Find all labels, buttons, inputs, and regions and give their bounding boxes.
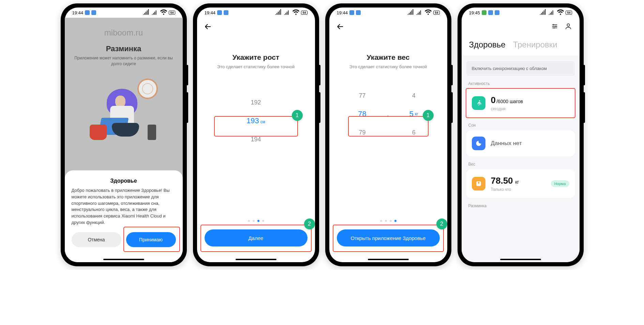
signal-icon: [142, 9, 150, 17]
status-badge-icon: [488, 10, 493, 15]
tab-health[interactable]: Здоровье: [469, 40, 506, 50]
home-indicator[interactable]: [368, 259, 409, 260]
svg-point-1: [479, 100, 480, 102]
status-badge-icon: [349, 10, 354, 15]
url-watermark: miboom.ru: [65, 18, 183, 44]
signal-icon: [407, 9, 414, 17]
battery-icon: 54: [433, 11, 439, 15]
steps-sub: сегодня: [491, 107, 569, 111]
picker-current: 193: [246, 116, 259, 125]
signal-icon: [274, 9, 282, 17]
scale-icon: [472, 177, 485, 190]
weight-card[interactable]: 78.50 кг Только что Норма: [466, 169, 575, 198]
statusbar: 19:45 54: [462, 8, 580, 18]
page-title: Укажите рост: [197, 53, 315, 61]
weight-value: 78.50: [491, 175, 513, 186]
page-dots: [248, 220, 264, 222]
profile-icon[interactable]: [565, 23, 572, 32]
status-time: 19:44: [72, 10, 84, 15]
steps-value: 0: [491, 95, 496, 105]
annotation-badge-1: 1: [423, 110, 434, 121]
home-indicator[interactable]: [500, 259, 541, 260]
picker-int-cur: 78: [358, 105, 366, 123]
section-weight-label: Вес: [468, 162, 575, 167]
status-badge-icon: [495, 10, 499, 15]
back-button[interactable]: [197, 18, 315, 33]
wifi-icon: [292, 9, 300, 17]
page-subtitle: Это сделает статистику более точной: [329, 64, 447, 69]
sleep-value: Данных нет: [491, 140, 569, 147]
svg-point-3: [478, 182, 479, 184]
picker-prev: 192: [251, 99, 261, 106]
page-dots: [380, 220, 396, 222]
statusbar: 19:44 54: [65, 8, 183, 18]
signal-icon: [548, 9, 555, 17]
statusbar: 19:44 54: [329, 8, 447, 18]
wifi-icon: [160, 9, 167, 17]
status-badge-icon: [85, 10, 90, 15]
section-activity-label: Активность: [468, 81, 575, 86]
section-warmup-label: Разминка: [468, 203, 575, 208]
status-badge-icon: [91, 10, 96, 15]
page-subtitle: Приложение может напомнить о разминке, е…: [65, 53, 183, 72]
battery-icon: 54: [301, 11, 307, 15]
height-picker[interactable]: 192 193см 194: [197, 93, 315, 149]
weight-unit: кг: [515, 179, 519, 185]
battery-icon: 54: [169, 11, 175, 15]
page-title: Укажите вес: [329, 53, 447, 61]
signal-icon: [539, 9, 546, 17]
activity-card[interactable]: 0/6000 шагов сегодня: [466, 89, 575, 117]
picker-separator: .: [387, 105, 389, 123]
settings-icon[interactable]: [551, 23, 558, 32]
picker-unit: кг: [415, 112, 418, 116]
signal-icon: [151, 9, 159, 17]
phone-frame-4: 19:45 54 Здоровье: [458, 3, 584, 266]
picker-dec-prev: 4: [412, 86, 416, 105]
welcome-sheet: Здоровье Добро пожаловать в приложение З…: [65, 170, 183, 262]
steps-goal: /6000 шагов: [496, 99, 523, 104]
svg-point-0: [567, 24, 569, 26]
phone-frame-3: 19:44 54 Укажите вес Это сделает статист…: [325, 3, 451, 266]
picker-dec-next: 6: [412, 123, 416, 142]
phone-frame-1: 19:44 54 miboom.ru Разминка: [61, 3, 187, 266]
status-badge-icon: [482, 10, 486, 15]
weight-status-badge: Норма: [551, 180, 569, 187]
weight-sub: Только что: [491, 187, 545, 192]
signal-icon: [416, 9, 423, 17]
annotation-badge-2: 2: [436, 218, 447, 229]
warmup-illustration: [79, 75, 168, 150]
cancel-button[interactable]: Отмена: [72, 232, 121, 247]
sleep-card[interactable]: Данных нет: [466, 130, 575, 156]
back-button[interactable]: [329, 18, 447, 33]
status-badge-icon: [224, 10, 228, 15]
moon-icon: [472, 137, 485, 150]
next-button[interactable]: Далее: [205, 229, 308, 246]
page-title: Разминка: [65, 44, 183, 53]
cloud-sync-banner[interactable]: Включить синхронизацию с облаком: [466, 61, 575, 76]
open-app-button[interactable]: Открыть приложение Здоровье: [337, 229, 440, 246]
picker-int-next: 79: [359, 123, 365, 142]
status-time: 19:45: [469, 10, 480, 15]
status-time: 19:44: [337, 10, 348, 15]
signal-icon: [283, 9, 291, 17]
annotation-badge-2: 2: [304, 218, 315, 229]
home-indicator[interactable]: [236, 259, 276, 260]
status-time: 19:44: [205, 10, 216, 15]
picker-dec-cur: 5: [409, 110, 414, 118]
accept-button[interactable]: Принимаю: [126, 232, 176, 247]
wifi-icon: [557, 9, 564, 17]
annotation-badge-1: 1: [292, 110, 303, 121]
battery-icon: 54: [566, 11, 572, 15]
sheet-body: Добро пожаловать в приложение Здоровье! …: [72, 187, 176, 226]
wifi-icon: [424, 9, 432, 17]
statusbar: 19:44 54: [197, 8, 315, 18]
home-indicator[interactable]: [103, 259, 144, 260]
status-badge-icon: [356, 10, 361, 15]
picker-unit: см: [260, 119, 265, 124]
section-sleep-label: Сон: [468, 123, 575, 128]
phone-frame-2: 19:44 54 Укажите рост Это сделает статис…: [193, 3, 319, 266]
running-icon: [472, 96, 485, 110]
tab-workouts[interactable]: Тренировки: [513, 40, 557, 50]
sheet-title: Здоровье: [72, 178, 176, 184]
status-badge-icon: [217, 10, 222, 15]
